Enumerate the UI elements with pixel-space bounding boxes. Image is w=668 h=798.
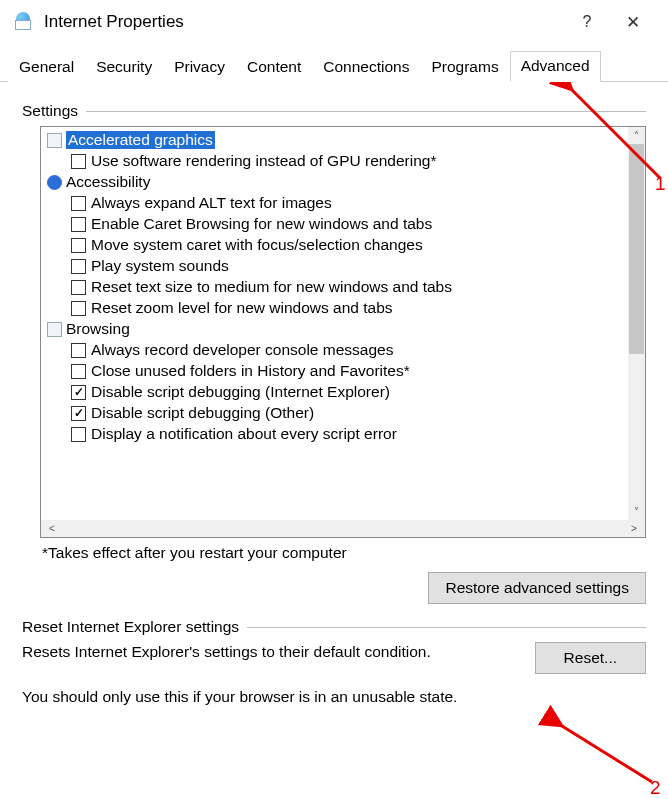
close-button[interactable]: ✕ xyxy=(610,8,656,36)
tab-strip: General Security Privacy Content Connect… xyxy=(0,46,668,82)
settings-group: Settings Accelerated graphics Use softwa… xyxy=(22,102,646,604)
option-label: Disable script debugging (Other) xyxy=(91,404,314,422)
category-accelerated-graphics[interactable]: Accelerated graphics xyxy=(43,129,645,150)
restore-advanced-button[interactable]: Restore advanced settings xyxy=(428,572,646,604)
annotation-arrow-2: 2 xyxy=(552,720,668,798)
option-label: Reset text size to medium for new window… xyxy=(91,278,452,296)
tab-general[interactable]: General xyxy=(8,52,85,82)
option-close-unused-folders[interactable]: Close unused folders in History and Favo… xyxy=(43,360,645,381)
checkbox-icon[interactable] xyxy=(71,217,86,232)
checkbox-icon[interactable] xyxy=(71,406,86,421)
checkbox-icon[interactable] xyxy=(71,259,86,274)
window-title: Internet Properties xyxy=(44,12,184,32)
option-label: Disable script debugging (Internet Explo… xyxy=(91,383,390,401)
tab-connections[interactable]: Connections xyxy=(312,52,420,82)
divider xyxy=(86,111,646,112)
checkbox-icon[interactable] xyxy=(71,238,86,253)
divider xyxy=(247,627,646,628)
settings-group-title: Settings xyxy=(22,102,86,120)
option-label: Play system sounds xyxy=(91,257,229,275)
internet-options-icon xyxy=(14,12,34,32)
option-label: Display a notification about every scrip… xyxy=(91,425,397,443)
horizontal-scrollbar[interactable]: < > xyxy=(41,520,645,537)
scroll-left-icon[interactable]: < xyxy=(41,520,63,537)
option-caret-browsing[interactable]: Enable Caret Browsing for new windows an… xyxy=(43,213,645,234)
reset-group: Reset Internet Explorer settings Resets … xyxy=(22,618,646,706)
category-label: Accelerated graphics xyxy=(66,131,215,149)
option-expand-alt[interactable]: Always expand ALT text for images xyxy=(43,192,645,213)
svg-line-2 xyxy=(562,726,652,782)
option-label: Enable Caret Browsing for new windows an… xyxy=(91,215,432,233)
option-disable-script-other[interactable]: Disable script debugging (Other) xyxy=(43,402,645,423)
checkbox-icon[interactable] xyxy=(71,154,86,169)
checkbox-icon[interactable] xyxy=(71,196,86,211)
option-label: Reset zoom level for new windows and tab… xyxy=(91,299,393,317)
category-accessibility[interactable]: Accessibility xyxy=(43,171,645,192)
category-browsing[interactable]: Browsing xyxy=(43,318,645,339)
option-move-caret[interactable]: Move system caret with focus/selection c… xyxy=(43,234,645,255)
scroll-track[interactable] xyxy=(628,144,645,503)
window-category-icon xyxy=(47,133,62,148)
scroll-up-icon[interactable]: ˄ xyxy=(628,127,645,144)
accessibility-category-icon xyxy=(47,175,62,190)
scroll-thumb[interactable] xyxy=(629,144,644,354)
restart-note: *Takes effect after you restart your com… xyxy=(42,544,646,562)
option-label: Use software rendering instead of GPU re… xyxy=(91,152,437,170)
tab-programs[interactable]: Programs xyxy=(420,52,509,82)
option-reset-zoom[interactable]: Reset zoom level for new windows and tab… xyxy=(43,297,645,318)
tab-security[interactable]: Security xyxy=(85,52,163,82)
option-reset-text-size[interactable]: Reset text size to medium for new window… xyxy=(43,276,645,297)
title-bar: Internet Properties ? ✕ xyxy=(0,0,668,46)
reset-description: Resets Internet Explorer's settings to t… xyxy=(22,642,509,663)
checkbox-icon[interactable] xyxy=(71,364,86,379)
scroll-down-icon[interactable]: ˅ xyxy=(628,503,645,520)
window-category-icon xyxy=(47,322,62,337)
scroll-track[interactable] xyxy=(63,520,623,537)
option-label: Always expand ALT text for images xyxy=(91,194,332,212)
tab-privacy[interactable]: Privacy xyxy=(163,52,236,82)
category-label: Browsing xyxy=(66,320,130,338)
scroll-right-icon[interactable]: > xyxy=(623,520,645,537)
checkbox-icon[interactable] xyxy=(71,301,86,316)
checkbox-icon[interactable] xyxy=(71,343,86,358)
checkbox-icon[interactable] xyxy=(71,280,86,295)
tab-content[interactable]: Content xyxy=(236,52,312,82)
vertical-scrollbar[interactable]: ˄ ˅ xyxy=(628,127,645,520)
reset-warning: You should only use this if your browser… xyxy=(22,688,646,706)
reset-button[interactable]: Reset... xyxy=(535,642,646,674)
option-use-software-rendering[interactable]: Use software rendering instead of GPU re… xyxy=(43,150,645,171)
svg-text:2: 2 xyxy=(650,777,661,798)
settings-tree[interactable]: Accelerated graphics Use software render… xyxy=(40,126,646,538)
option-disable-script-ie[interactable]: Disable script debugging (Internet Explo… xyxy=(43,381,645,402)
checkbox-icon[interactable] xyxy=(71,385,86,400)
tab-advanced[interactable]: Advanced xyxy=(510,51,601,82)
option-display-script-error[interactable]: Display a notification about every scrip… xyxy=(43,423,645,444)
help-button[interactable]: ? xyxy=(564,8,610,36)
option-record-console[interactable]: Always record developer console messages xyxy=(43,339,645,360)
option-label: Always record developer console messages xyxy=(91,341,393,359)
category-label: Accessibility xyxy=(66,173,150,191)
reset-group-title: Reset Internet Explorer settings xyxy=(22,618,247,636)
option-label: Close unused folders in History and Favo… xyxy=(91,362,410,380)
option-label: Move system caret with focus/selection c… xyxy=(91,236,423,254)
checkbox-icon[interactable] xyxy=(71,427,86,442)
option-play-sounds[interactable]: Play system sounds xyxy=(43,255,645,276)
